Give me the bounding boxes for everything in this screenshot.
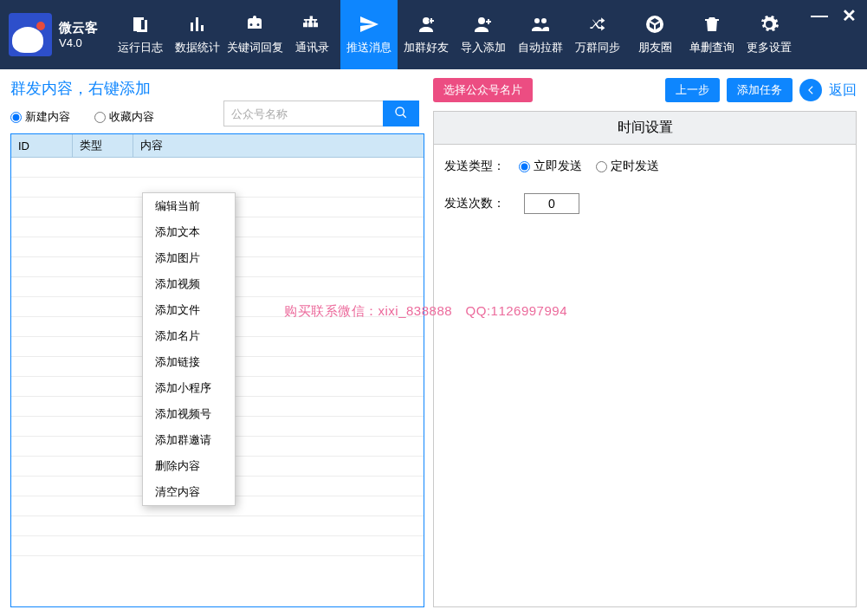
select-card-button[interactable]: 选择公众号名片 <box>433 78 533 102</box>
minimize-button[interactable]: — <box>811 5 828 26</box>
toolbar-item-label: 万群同步 <box>575 40 620 55</box>
toolbar-item-label: 更多设置 <box>747 40 792 55</box>
toolbar-item-user-add[interactable]: 导入添加 <box>455 0 512 69</box>
toolbar-item-gear[interactable]: 更多设置 <box>741 0 798 69</box>
robot-icon <box>244 14 265 35</box>
toolbar-item-chart[interactable]: 数据统计 <box>169 0 226 69</box>
radio-send-now[interactable]: 立即发送 <box>519 159 582 174</box>
toolbar-item-label: 运行日志 <box>118 40 163 55</box>
toolbar-item-robot[interactable]: 关键词回复 <box>226 0 283 69</box>
radio-fav-content[interactable]: 收藏内容 <box>94 109 154 125</box>
radio-send-timed-label: 定时发送 <box>611 159 659 174</box>
menu-item[interactable]: 添加名片 <box>143 323 235 349</box>
send-count-input[interactable] <box>524 193 579 214</box>
menu-item[interactable]: 添加视频号 <box>143 401 235 427</box>
toolbar-item-label: 数据统计 <box>175 40 220 55</box>
shuffle-icon <box>587 14 608 35</box>
table-row[interactable] <box>11 516 424 536</box>
chart-icon <box>187 14 208 35</box>
gear-icon <box>759 14 780 35</box>
search-icon <box>394 106 408 122</box>
toolbar-item-log[interactable]: 运行日志 <box>112 0 169 69</box>
right-panel: 选择公众号名片 上一步 添加任务 返回 时间设置 发送类型： 立即发送 <box>433 78 857 607</box>
menu-item[interactable]: 添加视频 <box>143 271 235 297</box>
org-icon <box>301 14 322 35</box>
send-count-row: 发送次数： <box>444 193 845 214</box>
radio-fav-content-input[interactable] <box>94 112 106 123</box>
radio-send-now-input[interactable] <box>519 161 530 172</box>
app-name: 微云客 <box>59 20 98 36</box>
menu-item[interactable]: 添加文件 <box>143 297 235 323</box>
left-panel-title: 群发内容，右键添加 <box>10 78 424 99</box>
user-add-icon <box>473 14 494 35</box>
context-menu: 编辑当前添加文本添加图片添加视频添加文件添加名片添加链接添加小程序添加视频号添加… <box>142 192 236 506</box>
toolbar-item-org[interactable]: 通讯录 <box>283 0 340 69</box>
radio-new-content[interactable]: 新建内容 <box>10 109 70 125</box>
toolbar-item-group-add[interactable]: 加群好友 <box>398 0 455 69</box>
window-controls: — ✕ <box>811 5 857 26</box>
send-type-label: 发送类型： <box>444 159 505 174</box>
back-label: 返回 <box>829 81 857 100</box>
toolbar-item-users[interactable]: 自动拉群 <box>512 0 569 69</box>
toolbar-item-label: 自动拉群 <box>518 40 563 55</box>
radio-send-timed[interactable]: 定时发送 <box>596 159 659 174</box>
table-row[interactable] <box>11 158 424 178</box>
close-button[interactable]: ✕ <box>842 5 857 26</box>
users-icon <box>530 14 551 35</box>
menu-item[interactable]: 添加链接 <box>143 349 235 375</box>
radio-send-now-label: 立即发送 <box>534 159 582 174</box>
menu-item[interactable]: 清空内容 <box>143 479 235 505</box>
toolbar-item-label: 关键词回复 <box>227 40 283 55</box>
search-input[interactable] <box>223 101 383 126</box>
back-button[interactable]: 返回 <box>799 79 857 101</box>
toolbar-item-label: 朋友圈 <box>638 40 672 55</box>
toolbar-item-lens[interactable]: 朋友圈 <box>626 0 683 69</box>
app-version: V4.0 <box>59 36 98 49</box>
col-type[interactable]: 类型 <box>72 134 133 158</box>
lens-icon <box>644 14 665 35</box>
menu-item[interactable]: 添加文本 <box>143 219 235 245</box>
toolbar-item-shuffle[interactable]: 万群同步 <box>569 0 626 69</box>
toolbar-item-label: 加群好友 <box>404 40 449 55</box>
toolbar-item-send[interactable]: 推送消息 <box>340 0 398 69</box>
content-area: 群发内容，右键添加 新建内容 收藏内容 I <box>0 69 867 616</box>
menu-item[interactable]: 添加图片 <box>143 245 235 271</box>
add-task-button[interactable]: 添加任务 <box>727 78 793 102</box>
radio-fav-content-label: 收藏内容 <box>109 109 154 125</box>
menu-item[interactable]: 添加小程序 <box>143 375 235 401</box>
send-icon <box>359 14 379 35</box>
search-group <box>223 101 419 126</box>
toolbar-item-trash[interactable]: 单删查询 <box>683 0 741 69</box>
toolbar-item-label: 通讯录 <box>295 40 329 55</box>
radio-new-content-input[interactable] <box>10 112 22 123</box>
logo-block: 微云客 V4.0 <box>0 0 107 69</box>
menu-item[interactable]: 添加群邀请 <box>143 427 235 453</box>
group-add-icon <box>416 14 437 35</box>
radio-send-timed-input[interactable] <box>596 161 607 172</box>
toolbar-item-label: 单删查询 <box>689 40 734 55</box>
top-actions: 选择公众号名片 上一步 添加任务 返回 <box>433 78 857 102</box>
menu-item[interactable]: 编辑当前 <box>143 193 235 219</box>
radio-new-content-label: 新建内容 <box>25 109 70 125</box>
col-content[interactable]: 内容 <box>133 134 424 158</box>
app-logo-icon <box>9 13 52 56</box>
menu-item[interactable]: 删除内容 <box>143 453 235 479</box>
send-count-label: 发送次数： <box>444 196 505 211</box>
toolbar-item-label: 推送消息 <box>346 40 391 55</box>
toolbar-item-label: 导入添加 <box>461 40 506 55</box>
table-row[interactable] <box>11 536 424 556</box>
prev-step-button[interactable]: 上一步 <box>665 78 720 102</box>
log-icon <box>130 14 151 35</box>
time-settings-title: 时间设置 <box>434 112 856 145</box>
top-toolbar: 运行日志 数据统计 关键词回复 通讯录 推送消息 加群好友 导入添加 自动拉群 … <box>112 0 798 69</box>
titlebar: 微云客 V4.0 运行日志 数据统计 关键词回复 通讯录 推送消息 加群好友 导… <box>0 0 867 69</box>
back-arrow-icon <box>799 79 822 101</box>
time-settings-box: 时间设置 发送类型： 立即发送 定时发送 发送次数： <box>433 111 857 607</box>
search-button[interactable] <box>383 101 419 126</box>
col-id[interactable]: ID <box>11 134 72 158</box>
send-type-row: 发送类型： 立即发送 定时发送 <box>444 159 845 174</box>
trash-icon <box>702 14 722 35</box>
